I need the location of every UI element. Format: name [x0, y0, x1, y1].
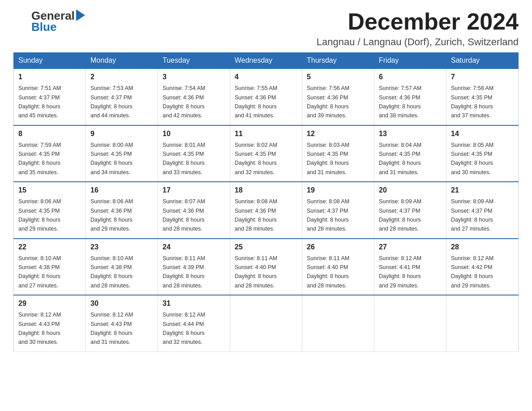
table-row: 3 Sunrise: 7:54 AMSunset: 4:36 PMDayligh…	[158, 68, 230, 125]
day-info: Sunrise: 8:08 AMSunset: 4:37 PMDaylight:…	[307, 198, 349, 232]
day-number: 2	[90, 72, 153, 82]
day-number: 27	[379, 242, 442, 253]
day-info: Sunrise: 8:12 AMSunset: 4:41 PMDaylight:…	[379, 255, 421, 289]
day-number: 19	[307, 185, 369, 196]
day-number: 23	[90, 242, 153, 253]
day-info: Sunrise: 8:11 AMSunset: 4:40 PMDaylight:…	[307, 255, 349, 289]
day-number: 12	[307, 128, 369, 139]
calendar-week-row: 15 Sunrise: 8:06 AMSunset: 4:35 PMDaylig…	[14, 182, 519, 239]
table-row	[230, 295, 302, 351]
day-number: 10	[163, 128, 225, 139]
logo-blue-text: Blue	[31, 20, 56, 34]
table-row: 8 Sunrise: 7:59 AMSunset: 4:35 PMDayligh…	[14, 125, 86, 182]
day-number: 31	[163, 298, 225, 309]
day-info: Sunrise: 8:09 AMSunset: 4:37 PMDaylight:…	[379, 198, 421, 232]
table-row: 4 Sunrise: 7:55 AMSunset: 4:36 PMDayligh…	[230, 68, 302, 125]
table-row: 15 Sunrise: 8:06 AMSunset: 4:35 PMDaylig…	[14, 182, 86, 239]
table-row: 26 Sunrise: 8:11 AMSunset: 4:40 PMDaylig…	[302, 239, 374, 295]
day-info: Sunrise: 8:06 AMSunset: 4:36 PMDaylight:…	[90, 198, 133, 232]
day-number: 15	[18, 185, 81, 196]
day-number: 20	[379, 185, 442, 196]
svg-marker-0	[76, 9, 85, 21]
day-info: Sunrise: 8:11 AMSunset: 4:40 PMDaylight:…	[235, 255, 277, 289]
calendar-week-row: 29 Sunrise: 8:12 AMSunset: 4:43 PMDaylig…	[14, 295, 519, 351]
table-row	[446, 295, 519, 351]
table-row: 29 Sunrise: 8:12 AMSunset: 4:43 PMDaylig…	[14, 295, 86, 351]
day-info: Sunrise: 8:12 AMSunset: 4:44 PMDaylight:…	[163, 312, 205, 345]
header-monday: Monday	[86, 53, 158, 69]
day-info: Sunrise: 7:55 AMSunset: 4:36 PMDaylight:…	[235, 85, 277, 119]
title-area: December 2024 Langnau / Langnau (Dorf), …	[317, 9, 519, 48]
table-row: 13 Sunrise: 8:04 AMSunset: 4:35 PMDaylig…	[374, 125, 446, 182]
day-number: 30	[90, 298, 153, 309]
day-info: Sunrise: 8:00 AMSunset: 4:35 PMDaylight:…	[90, 142, 133, 176]
table-row: 19 Sunrise: 8:08 AMSunset: 4:37 PMDaylig…	[302, 182, 374, 239]
day-number: 21	[451, 185, 514, 196]
day-info: Sunrise: 7:57 AMSunset: 4:36 PMDaylight:…	[379, 85, 421, 119]
day-info: Sunrise: 8:05 AMSunset: 4:35 PMDaylight:…	[451, 142, 493, 176]
day-number: 1	[18, 72, 81, 82]
day-info: Sunrise: 7:58 AMSunset: 4:35 PMDaylight:…	[451, 85, 493, 119]
day-info: Sunrise: 8:12 AMSunset: 4:43 PMDaylight:…	[90, 312, 133, 345]
day-number: 7	[451, 72, 514, 82]
page-header: General Blue December 2024 Langnau / Lan…	[13, 9, 519, 48]
day-info: Sunrise: 8:04 AMSunset: 4:35 PMDaylight:…	[379, 142, 421, 176]
location-title: Langnau / Langnau (Dorf), Zurich, Switze…	[317, 36, 519, 48]
day-number: 17	[163, 185, 225, 196]
day-number: 22	[18, 242, 81, 253]
table-row: 1 Sunrise: 7:51 AMSunset: 4:37 PMDayligh…	[14, 68, 86, 125]
day-number: 13	[379, 128, 442, 139]
table-row: 16 Sunrise: 8:06 AMSunset: 4:36 PMDaylig…	[86, 182, 158, 239]
day-number: 5	[307, 72, 369, 82]
day-number: 26	[307, 242, 369, 253]
header-friday: Friday	[374, 53, 446, 69]
table-row: 22 Sunrise: 8:10 AMSunset: 4:38 PMDaylig…	[14, 239, 86, 295]
day-info: Sunrise: 7:59 AMSunset: 4:35 PMDaylight:…	[18, 142, 61, 176]
day-info: Sunrise: 8:01 AMSunset: 4:35 PMDaylight:…	[163, 142, 205, 176]
day-info: Sunrise: 8:09 AMSunset: 4:37 PMDaylight:…	[451, 198, 493, 232]
table-row: 30 Sunrise: 8:12 AMSunset: 4:43 PMDaylig…	[86, 295, 158, 351]
table-row: 24 Sunrise: 8:11 AMSunset: 4:39 PMDaylig…	[158, 239, 230, 295]
day-number: 28	[451, 242, 514, 253]
day-number: 6	[379, 72, 442, 82]
calendar-week-row: 22 Sunrise: 8:10 AMSunset: 4:38 PMDaylig…	[14, 239, 519, 295]
calendar-week-row: 8 Sunrise: 7:59 AMSunset: 4:35 PMDayligh…	[14, 125, 519, 182]
header-wednesday: Wednesday	[230, 53, 302, 69]
table-row: 14 Sunrise: 8:05 AMSunset: 4:35 PMDaylig…	[446, 125, 519, 182]
weekday-header-row: Sunday Monday Tuesday Wednesday Thursday…	[14, 53, 519, 69]
table-row: 18 Sunrise: 8:08 AMSunset: 4:36 PMDaylig…	[230, 182, 302, 239]
header-saturday: Saturday	[446, 53, 519, 69]
day-info: Sunrise: 8:11 AMSunset: 4:39 PMDaylight:…	[163, 255, 205, 289]
day-number: 9	[90, 128, 153, 139]
table-row: 31 Sunrise: 8:12 AMSunset: 4:44 PMDaylig…	[158, 295, 230, 351]
day-info: Sunrise: 7:56 AMSunset: 4:36 PMDaylight:…	[307, 85, 349, 119]
table-row: 2 Sunrise: 7:53 AMSunset: 4:37 PMDayligh…	[86, 68, 158, 125]
header-sunday: Sunday	[14, 53, 86, 69]
calendar-week-row: 1 Sunrise: 7:51 AMSunset: 4:37 PMDayligh…	[14, 68, 519, 125]
table-row: 7 Sunrise: 7:58 AMSunset: 4:35 PMDayligh…	[446, 68, 519, 125]
day-number: 14	[451, 128, 514, 139]
logo-triangle-icon	[76, 9, 85, 21]
day-number: 3	[163, 72, 225, 82]
table-row: 25 Sunrise: 8:11 AMSunset: 4:40 PMDaylig…	[230, 239, 302, 295]
day-number: 4	[235, 72, 297, 82]
table-row: 20 Sunrise: 8:09 AMSunset: 4:37 PMDaylig…	[374, 182, 446, 239]
day-info: Sunrise: 7:54 AMSunset: 4:36 PMDaylight:…	[163, 85, 205, 119]
day-info: Sunrise: 8:12 AMSunset: 4:43 PMDaylight:…	[18, 312, 61, 345]
table-row: 11 Sunrise: 8:02 AMSunset: 4:35 PMDaylig…	[230, 125, 302, 182]
table-row: 21 Sunrise: 8:09 AMSunset: 4:37 PMDaylig…	[446, 182, 519, 239]
day-number: 16	[90, 185, 153, 196]
day-number: 29	[18, 298, 81, 309]
header-tuesday: Tuesday	[158, 53, 230, 69]
day-info: Sunrise: 8:06 AMSunset: 4:35 PMDaylight:…	[18, 198, 61, 232]
day-info: Sunrise: 8:10 AMSunset: 4:38 PMDaylight:…	[18, 255, 61, 289]
day-info: Sunrise: 8:12 AMSunset: 4:42 PMDaylight:…	[451, 255, 493, 289]
table-row: 9 Sunrise: 8:00 AMSunset: 4:35 PMDayligh…	[86, 125, 158, 182]
day-number: 25	[235, 242, 297, 253]
table-row: 12 Sunrise: 8:03 AMSunset: 4:35 PMDaylig…	[302, 125, 374, 182]
table-row	[302, 295, 374, 351]
table-row: 10 Sunrise: 8:01 AMSunset: 4:35 PMDaylig…	[158, 125, 230, 182]
day-info: Sunrise: 8:02 AMSunset: 4:35 PMDaylight:…	[235, 142, 277, 176]
generalblue-logo-icon	[13, 13, 30, 30]
table-row	[374, 295, 446, 351]
